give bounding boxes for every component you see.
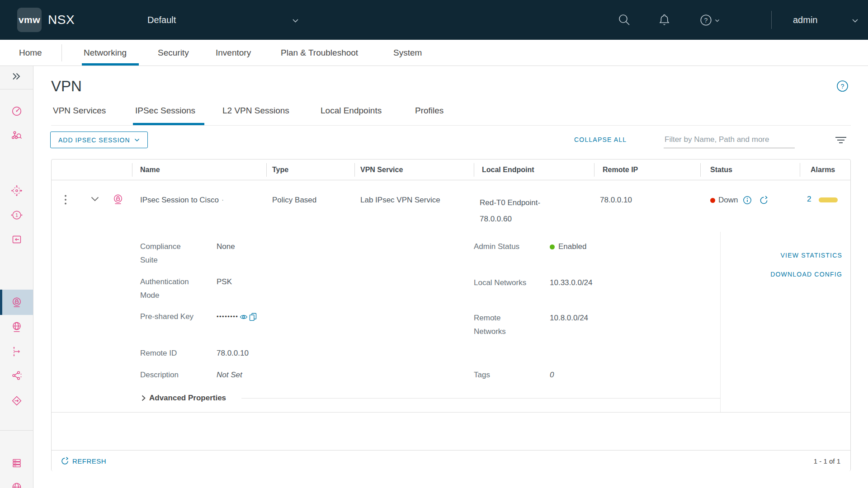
- column-header-alarms[interactable]: Alarms: [811, 160, 835, 180]
- tab-l2-vpn-sessions[interactable]: L2 VPN Sessions: [222, 101, 289, 121]
- status-refresh-icon[interactable]: [759, 196, 769, 205]
- row-collapse-chevron-icon[interactable]: [90, 196, 99, 202]
- admin-status-label: Admin Status: [474, 240, 530, 253]
- product-name: NSX: [48, 0, 75, 40]
- tab-vpn-services[interactable]: VPN Services: [53, 101, 106, 121]
- advanced-properties-toggle[interactable]: Advanced Properties: [141, 391, 226, 405]
- top-bar: vmw NSX Default ? admin: [0, 0, 868, 40]
- vpn-session-lock-icon: [112, 193, 124, 205]
- nav-item-security[interactable]: Security: [158, 40, 189, 66]
- compliance-suite-value: None: [217, 240, 235, 253]
- sidebar-divider: [0, 89, 33, 89]
- local-endpoint-line1: Red-T0 Endpoint-: [480, 198, 540, 207]
- session-remote-ip: 78.0.0.10: [600, 195, 632, 206]
- column-header-remote-ip[interactable]: Remote IP: [603, 160, 638, 180]
- truncation-dot: ·: [222, 196, 224, 204]
- svg-text:1: 1: [15, 212, 18, 218]
- active-tab-underline: [133, 123, 204, 125]
- user-menu[interactable]: admin: [793, 0, 817, 40]
- remote-id-label: Remote ID: [140, 347, 196, 360]
- refresh-label: REFRESH: [72, 457, 106, 465]
- nav-divider: [61, 44, 62, 61]
- tab-profiles[interactable]: Profiles: [415, 101, 443, 121]
- show-key-eye-icon[interactable]: [240, 314, 248, 320]
- ipsec-sessions-table: Name Type VPN Service Local Endpoint Rem…: [51, 159, 851, 471]
- advanced-properties-line: [241, 398, 720, 399]
- table-footer: REFRESH 1 - 1 of 1: [52, 450, 850, 471]
- pagination-text: 1 - 1 of 1: [814, 450, 840, 472]
- admin-status-text: Enabled: [558, 240, 586, 253]
- status-info-icon[interactable]: [743, 196, 752, 205]
- tabs-border: [51, 125, 851, 126]
- globe-icon[interactable]: [11, 481, 23, 488]
- dark-mode-moon-icon[interactable]: [737, 11, 754, 28]
- masked-key-dots: ••••••••: [217, 310, 238, 324]
- help-icon[interactable]: ?: [700, 14, 712, 26]
- clock-one-icon[interactable]: 1: [11, 209, 23, 221]
- share-nodes-icon[interactable]: [11, 370, 23, 381]
- expand-sidebar-icon[interactable]: [11, 70, 23, 82]
- tab-local-endpoints[interactable]: Local Endpoints: [321, 101, 382, 121]
- column-divider: [266, 163, 267, 177]
- nav-item-system[interactable]: System: [393, 40, 422, 66]
- column-header-type[interactable]: Type: [272, 160, 288, 180]
- chevron-down-icon[interactable]: [292, 19, 299, 23]
- search-icon[interactable]: [618, 13, 631, 27]
- download-config-link[interactable]: DOWNLOAD CONFIG: [725, 267, 842, 281]
- collapse-all-button[interactable]: COLLAPSE ALL: [574, 131, 627, 148]
- column-divider: [132, 163, 132, 177]
- column-header-status[interactable]: Status: [710, 160, 732, 180]
- advanced-properties-label: Advanced Properties: [149, 391, 226, 405]
- sidebar-divider: [0, 430, 33, 431]
- session-name[interactable]: IPsec Session to Cisco·: [140, 195, 224, 206]
- globe-dots-icon[interactable]: [11, 185, 23, 197]
- row-menu-icon[interactable]: [64, 194, 67, 205]
- active-nav-underline: [82, 63, 139, 66]
- add-ipsec-session-button[interactable]: ADD IPSEC SESSION: [50, 131, 148, 148]
- server-stack-icon[interactable]: [11, 457, 23, 469]
- calendar-arrow-icon[interactable]: [11, 234, 23, 245]
- topbar-divider: [771, 11, 772, 29]
- alarm-count[interactable]: 2: [807, 195, 811, 204]
- refresh-button[interactable]: REFRESH: [61, 450, 106, 472]
- column-divider: [594, 163, 594, 177]
- alarm-severity-pill: [819, 197, 838, 202]
- remote-networks-label: Remote Networks: [474, 311, 530, 338]
- nav-item-networking[interactable]: Networking: [84, 40, 127, 66]
- session-vpn-service: Lab IPsec VPN Service: [360, 195, 440, 206]
- nav-item-home[interactable]: Home: [19, 40, 42, 66]
- nav-item-plan-troubleshoot[interactable]: Plan & Troubleshoot: [281, 40, 358, 66]
- column-header-local-endpoint[interactable]: Local Endpoint: [482, 160, 534, 180]
- globe-underline-icon[interactable]: [11, 321, 23, 333]
- view-statistics-link[interactable]: VIEW STATISTICS: [725, 249, 842, 262]
- vpn-lock-icon[interactable]: [11, 296, 23, 308]
- svg-text:?: ?: [704, 17, 708, 24]
- sidebar: 1: [0, 66, 33, 488]
- gauge-icon[interactable]: [11, 105, 23, 117]
- context-selector[interactable]: Default: [147, 0, 176, 40]
- status-text: Down: [718, 195, 738, 206]
- svg-text:?: ?: [841, 83, 844, 90]
- diamond-arrow-icon[interactable]: [11, 395, 23, 407]
- page-help-icon[interactable]: ?: [836, 80, 849, 92]
- vmware-logo[interactable]: vmw: [17, 8, 42, 32]
- description-value: Not Set: [217, 368, 242, 382]
- column-divider: [354, 163, 355, 177]
- copy-key-icon[interactable]: [249, 313, 257, 321]
- chevron-down-icon[interactable]: [852, 19, 859, 23]
- local-endpoint-line2: 78.0.0.60: [480, 215, 512, 223]
- tab-ipsec-sessions[interactable]: IPSec Sessions: [135, 101, 195, 121]
- pre-shared-key-value: ••••••••: [217, 310, 257, 324]
- session-name-text: IPsec Session to Cisco: [140, 196, 219, 204]
- column-header-name[interactable]: Name: [140, 160, 160, 180]
- chevron-down-icon[interactable]: [715, 19, 720, 23]
- network-topology-icon[interactable]: [11, 130, 23, 141]
- column-header-vpn-service[interactable]: VPN Service: [360, 160, 403, 180]
- nav-item-inventory[interactable]: Inventory: [216, 40, 251, 66]
- branch-arrow-icon[interactable]: [11, 346, 23, 357]
- notifications-bell-icon[interactable]: [657, 13, 671, 27]
- session-type: Policy Based: [272, 195, 316, 206]
- page-title: VPN: [51, 78, 82, 95]
- filter-input[interactable]: [664, 133, 795, 148]
- filter-icon[interactable]: [835, 136, 847, 144]
